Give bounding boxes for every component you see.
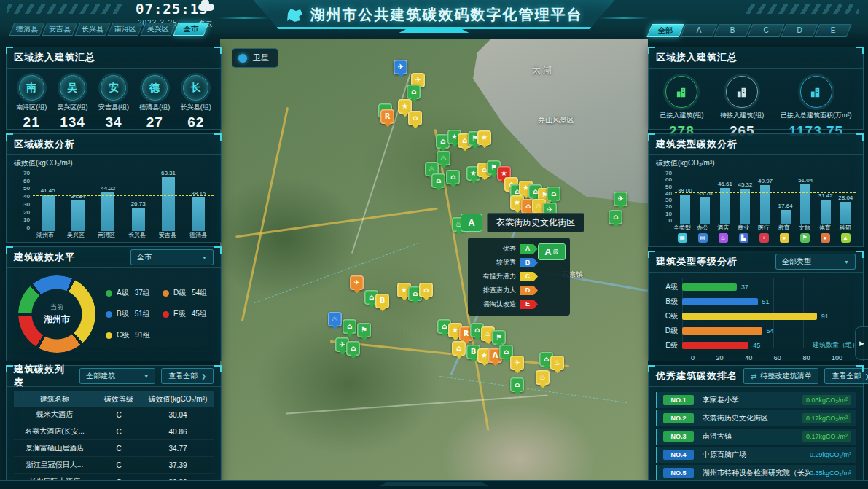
- table-row[interactable]: 浙江皇冠假日大...C37.39: [14, 457, 214, 474]
- satellite-map[interactable]: 卫星 太湖弁山风景区石淙镇 ✈✈⌂★⌂R⌂⌂★⌂⚑★♨♨⌂⌂★⌂⚑★⌂⌂★⌂⚑⌂…: [220, 39, 648, 481]
- donut-center-region: 湖州市: [44, 313, 70, 326]
- building-filter-dropdown[interactable]: 全部建筑 ▼: [79, 368, 155, 384]
- ranking-row[interactable]: NO.3南浔古镇0.17kgCO₂/m²: [656, 429, 856, 445]
- type-filter-dropdown[interactable]: 全部类型 ▼: [775, 254, 856, 270]
- map-marker[interactable]: ✈: [614, 192, 627, 206]
- stat-label: 待接入建筑(组): [720, 111, 764, 120]
- map-marker[interactable]: ♨: [536, 370, 550, 385]
- map-marker[interactable]: ⌂: [431, 173, 445, 188]
- access-stat: 待接入建筑(组)265: [720, 76, 764, 139]
- panel-next-arrow[interactable]: [855, 326, 868, 360]
- ranking-row[interactable]: NO.5湖州市特种设备检测研究院（长兴）0.35kgCO₂/m²: [656, 465, 856, 481]
- region-item[interactable]: 安安吉县(组)34: [93, 75, 134, 130]
- region-item[interactable]: 南南浔区(组)21: [11, 75, 52, 130]
- region-item[interactable]: 吴吴兴区(组)134: [52, 75, 93, 130]
- x-axis-labels: 湖州市吴兴区南浔区长兴县安吉县德清县: [30, 231, 214, 239]
- table-row[interactable]: 名嘉大酒店(长安...C40.86: [14, 423, 214, 440]
- marker-icon: ♨: [554, 359, 560, 367]
- rank-value: 0.29kgCO₂/m²: [810, 451, 851, 458]
- bar-group: 45.32: [735, 170, 756, 224]
- hbar-value: 37: [741, 283, 748, 291]
- view-all-button[interactable]: 查看全部 ❯: [824, 368, 868, 384]
- toggle-dot-icon: [238, 54, 247, 63]
- bar-value-label: 46.61: [718, 181, 732, 187]
- grade-chip: E: [520, 300, 538, 309]
- map-marker[interactable]: R: [380, 109, 394, 124]
- legend-dot-icon: [106, 332, 112, 339]
- map-marker[interactable]: ⌂: [407, 85, 421, 99]
- map-marker[interactable]: ⌂: [408, 111, 422, 125]
- tab-B[interactable]: B: [716, 24, 748, 37]
- tab-长兴县[interactable]: 长兴县: [77, 23, 108, 36]
- map-marker[interactable]: ⚑: [492, 330, 506, 345]
- rectify-list-button[interactable]: ⇄ 待整改建筑清单: [743, 368, 818, 384]
- map-marker[interactable]: ⌂: [419, 283, 433, 297]
- city-dropdown[interactable]: 全市 ▼: [130, 249, 214, 265]
- y-tick: 30: [656, 197, 672, 203]
- tab-A[interactable]: A: [683, 24, 715, 37]
- ranking-row[interactable]: NO.2衣裳街历史文化街区0.17kgCO₂/m²: [656, 410, 856, 426]
- donut-legend-item: B级51组: [106, 309, 158, 319]
- tab-E[interactable]: E: [817, 24, 849, 37]
- bar: [740, 189, 750, 224]
- map-marker[interactable]: ✈: [510, 356, 524, 370]
- map-marker[interactable]: ⚑: [357, 323, 371, 337]
- building-tooltip[interactable]: A 衣裳街历史文化街区: [461, 213, 584, 232]
- ranking-row[interactable]: NO.4中原百脑广场0.29kgCO₂/m²: [656, 447, 856, 463]
- tab-C[interactable]: C: [750, 24, 782, 37]
- marker-icon: ⌂: [440, 138, 445, 145]
- tab-label: D: [797, 26, 802, 34]
- tab-D[interactable]: D: [783, 24, 816, 37]
- marker-icon: ✈: [617, 195, 623, 203]
- map-marker[interactable]: ⌂: [346, 341, 360, 356]
- region-summary-items: 南南浔区(组)21吴吴兴区(组)134安安吉县(组)34德德清县(组)27长长兴…: [7, 69, 221, 130]
- map-marker[interactable]: ⌂: [343, 319, 356, 334]
- map-marker[interactable]: ⌂: [510, 377, 524, 392]
- map-marker[interactable]: ⌂: [547, 187, 560, 201]
- y-tick: 70: [656, 170, 672, 176]
- table-row[interactable]: 景澜富硒山居酒店C34.77: [14, 440, 214, 457]
- legend-grade: E级: [173, 309, 186, 319]
- bar-value-label: 33.76: [697, 190, 712, 197]
- chevron-right-icon: ❯: [864, 373, 868, 380]
- donut-legend: A级37组D级54组B级51组E级45组C级91组: [106, 288, 215, 340]
- map-marker[interactable]: ✈: [394, 60, 407, 74]
- map-marker[interactable]: ✈: [350, 275, 364, 290]
- legend-grade: D级: [173, 288, 186, 298]
- bottom-bar: [0, 480, 868, 489]
- map-marker[interactable]: ♨: [550, 356, 564, 370]
- bar-group: 17.64: [775, 170, 796, 224]
- region-item[interactable]: 长长兴县(组)62: [176, 75, 216, 130]
- bar-value-label: 28.04: [838, 195, 853, 201]
- bar-value-label: 51.04: [798, 177, 813, 184]
- table-row[interactable]: 蝶米大酒店C30.04: [14, 407, 214, 423]
- map-marker[interactable]: B: [375, 294, 389, 308]
- view-all-button[interactable]: 查看全部 ❯: [161, 368, 214, 384]
- title-banner: 湖州市公共建筑碳效码数字化管理平台: [254, 0, 615, 29]
- tab-德清县[interactable]: 德清县: [12, 23, 42, 36]
- tab-全部[interactable]: 全部: [649, 24, 681, 37]
- tab-全市[interactable]: 全市: [176, 23, 206, 36]
- map-marker[interactable]: ★: [477, 130, 491, 145]
- y-tick: 20: [14, 209, 30, 216]
- bar-value-label: 31.42: [818, 192, 833, 199]
- dropdown-value: 全部建筑: [86, 371, 115, 381]
- region-item[interactable]: 德德清县(组)27: [134, 75, 175, 130]
- grade-legend-row: 需淘汰改造E: [474, 300, 563, 309]
- panel-access-summary: 区域接入建筑汇总 已接入建筑(组)278待接入建筑(组)265已接入总建筑面积(…: [648, 47, 864, 130]
- hbar-grade-label: E级: [657, 340, 682, 351]
- map-marker[interactable]: ⌂: [446, 170, 460, 184]
- map-marker[interactable]: ⌂: [609, 210, 622, 224]
- marker-icon: ⚑: [361, 326, 367, 334]
- bar: [101, 192, 114, 231]
- rank-badge: NO.2: [663, 413, 694, 423]
- tab-吴兴区[interactable]: 吴兴区: [143, 23, 173, 36]
- tab-南浔区[interactable]: 南浔区: [110, 23, 141, 36]
- map-marker[interactable]: ♨: [328, 312, 342, 326]
- tab-安吉县[interactable]: 安吉县: [44, 23, 75, 36]
- grade-legend-label: 有提升潜力: [483, 272, 516, 281]
- x-category-label: 酒店: [713, 224, 733, 232]
- ranking-row[interactable]: NO.1李家巷小学0.03kgCO₂/m²: [656, 392, 856, 408]
- satellite-toggle[interactable]: 卫星: [232, 48, 278, 68]
- map-marker[interactable]: ⌂: [452, 341, 466, 356]
